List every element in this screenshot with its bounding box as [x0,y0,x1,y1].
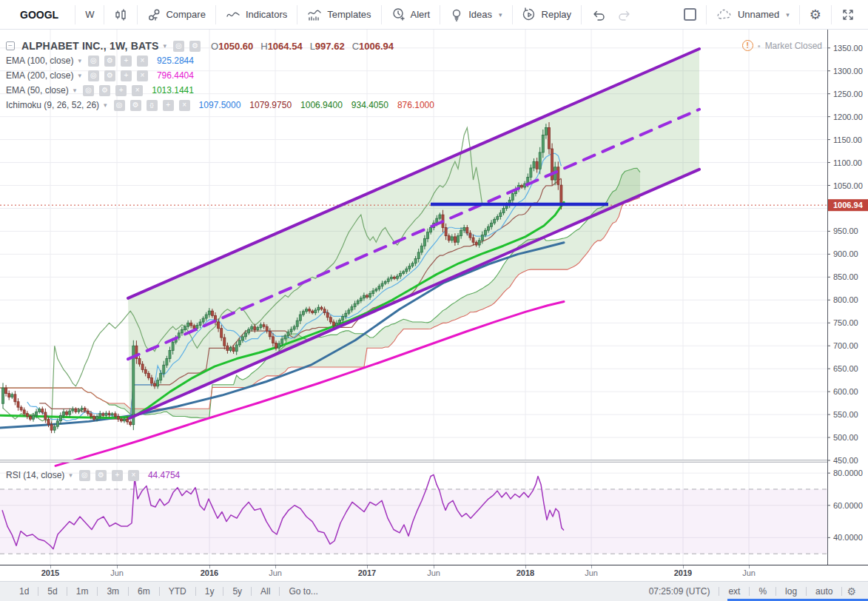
symbol-search-button[interactable]: GOOGL [0,0,75,30]
eye-icon[interactable]: ◎ [83,85,94,96]
indicators-button[interactable]: Indicators [216,0,297,30]
gear-icon[interactable]: ⚙ [842,585,861,597]
fullscreen-button[interactable] [832,0,868,30]
chevron-down-icon[interactable]: ▾ [69,471,73,479]
extended-hours-toggle[interactable]: ext [719,586,749,597]
ideas-button[interactable]: Ideas ▾ [440,0,511,30]
time-axis[interactable]: 2015Jun2016Jun2017Jun2018Jun2019Jun [0,565,868,581]
close-icon[interactable]: × [137,70,148,81]
close-icon[interactable]: × [132,85,143,96]
close-icon[interactable]: × [179,100,190,111]
plus-icon[interactable]: + [121,56,132,67]
alert-warning-icon[interactable]: ! [742,40,753,51]
layout-square-icon [684,8,696,21]
timezone-clock-button[interactable]: 07:25:09 (UTC) [640,586,719,597]
svg-text:1250.00: 1250.00 [833,90,863,98]
time-axis-label: Jun [730,568,767,577]
select-layout-button[interactable] [674,0,706,30]
range-button-ytd[interactable]: YTD [160,586,195,597]
goto-date-button[interactable]: Go to... [280,586,326,597]
close-icon[interactable]: × [137,56,148,67]
range-button-all[interactable]: All [252,586,279,597]
chart-properties-button[interactable]: ⚙ [800,0,831,30]
chevron-down-icon: ▾ [499,11,502,19]
range-button-6m[interactable]: 6m [129,586,159,597]
replay-button[interactable]: Replay [513,0,581,30]
auto-scale-toggle[interactable]: auto [807,586,841,597]
close-icon[interactable]: × [128,470,139,481]
compare-button[interactable]: Compare [138,0,215,30]
plus-icon[interactable]: + [112,470,123,481]
indicator-value: 1097.5000 [199,100,241,110]
svg-text:40.0000: 40.0000 [833,533,863,542]
svg-text:550.00: 550.00 [833,410,858,419]
range-button-1y[interactable]: 1y [196,586,223,597]
indicator-value: 796.4404 [157,70,194,81]
svg-text:950.00: 950.00 [833,226,858,235]
settings-icon[interactable]: ⚙ [104,70,115,81]
eye-icon[interactable]: ◎ [79,470,90,481]
indicator-legend-row[interactable]: Ichimoku (9, 26, 52, 26)▾◎⚙{}+×1097.5000… [6,98,434,113]
gear-icon[interactable]: ⚙ [189,41,201,52]
chart-style-button[interactable] [104,0,137,30]
main-series-legend-row[interactable]: − ALPHABET INC., 1W, BATS ▾ ◎ ⚙ O1050.60… [6,38,434,53]
percent-scale-toggle[interactable]: % [750,586,776,597]
indicator-value: 1079.9750 [249,100,292,110]
eye-icon[interactable]: ◎ [88,70,99,81]
chevron-down-icon[interactable]: ▾ [78,72,81,79]
indicator-legend-row[interactable]: RSI (14, close)▾◎⚙+×44.4754 [6,468,180,483]
plus-icon[interactable]: + [115,85,127,96]
symbol-label: GOOGL [20,9,58,21]
replay-icon [522,7,536,21]
indicator-value: 1013.1441 [152,85,194,95]
collapse-icon[interactable]: − [6,41,15,50]
brackets-icon[interactable]: {} [147,100,158,111]
settings-icon[interactable]: ⚙ [104,56,115,67]
indicator-legend-row[interactable]: EMA (50, close)▾◎⚙+×1013.1441 [6,83,434,98]
indicator-value: 876.1000 [397,100,434,110]
eye-icon[interactable]: ◎ [114,100,125,111]
price-axis[interactable]: 1350.001300.001250.001200.001150.001100.… [827,30,868,565]
svg-text:1300.00: 1300.00 [833,67,863,75]
date-range-buttons: 1d5d1m3m6mYTD1y5yAllGo to... [0,586,327,597]
time-axis-label: 2018 [507,568,544,577]
svg-text:1350.00: 1350.00 [833,44,863,53]
templates-button[interactable]: Templates [297,0,380,30]
chevron-down-icon[interactable]: ▾ [78,57,81,64]
candlestick-icon [114,8,127,21]
range-button-1m[interactable]: 1m [67,586,98,597]
settings-icon[interactable]: ⚙ [95,470,107,481]
indicator-legend-row[interactable]: EMA (200, close)▾◎⚙+×796.4404 [6,68,434,83]
range-button-3m[interactable]: 3m [98,586,128,597]
plus-icon[interactable]: + [163,100,174,111]
chevron-down-icon[interactable]: ▾ [73,87,77,94]
alert-button[interactable]: Alert [382,0,440,30]
range-button-1d[interactable]: 1d [10,586,38,597]
cloud-icon [716,8,733,21]
indicator-value: 1006.9400 [300,100,343,110]
plus-icon[interactable]: + [121,70,132,81]
undo-icon [591,8,606,21]
settings-icon[interactable]: ⚙ [130,100,141,111]
chevron-down-icon[interactable]: ▾ [164,42,167,50]
svg-text:1050.00: 1050.00 [833,181,863,190]
eye-icon[interactable]: ◎ [173,41,184,52]
range-button-5d[interactable]: 5d [38,586,66,597]
range-button-5y[interactable]: 5y [223,586,251,597]
redo-button[interactable] [616,0,642,30]
log-scale-toggle[interactable]: log [776,586,806,597]
svg-text:80.0000: 80.0000 [833,469,863,477]
interval-button[interactable]: W [75,0,104,30]
indicator-legend-row[interactable]: EMA (100, close)▾◎⚙+×925.2844 [6,53,434,68]
time-axis-label: Jun [98,568,135,577]
undo-button[interactable] [582,0,616,30]
ideas-label: Ideas [468,9,492,20]
chevron-down-icon[interactable]: ▾ [104,101,107,109]
cloud-save-menu[interactable]: Unnamed ▾ [707,0,799,30]
time-axis-label: Jun [415,568,452,577]
alert-clock-icon [391,7,406,21]
svg-text:1006.94: 1006.94 [833,201,864,209]
pane-separator[interactable] [0,460,868,463]
eye-icon[interactable]: ◎ [88,56,99,67]
settings-icon[interactable]: ⚙ [99,85,110,96]
